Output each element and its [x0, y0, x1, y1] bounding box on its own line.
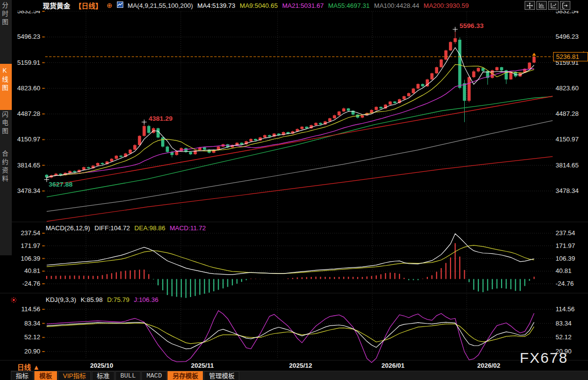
sidebar-item-time-chart[interactable]: 分时图	[0, 2, 12, 51]
tab-bull[interactable]: BULL	[115, 371, 140, 380]
tab-templates[interactable]: 模板	[34, 371, 57, 380]
kdj-settings-label[interactable]: KDJ(9,3,3)	[46, 296, 76, 303]
macd-tick-label: 40.81	[24, 267, 40, 275]
period-selector-label: 日线	[17, 363, 31, 371]
chart-type-sidebar: 分时图 K线图 闪电图 合约资料	[0, 0, 12, 255]
kdj-tick-label: 83.34	[24, 320, 40, 327]
kdj-lines	[47, 311, 534, 363]
link-icon[interactable]: ⊕	[107, 1, 112, 9]
price-tick-label: 3478.34	[556, 187, 579, 195]
axis-scale-right-button[interactable]	[548, 1, 559, 10]
kdj-k-value: K:85.98	[81, 296, 103, 303]
svg-text:5596.33: 5596.33	[460, 22, 484, 29]
price-tick-label: 3814.65	[556, 162, 579, 169]
indicator-tab-bar: 指标模板VIP指标标准BULLMACD另存模板管理模板	[11, 371, 588, 380]
kdj-tick-label: 114.56	[21, 305, 40, 313]
time-axis-label: 2025/12	[289, 362, 312, 369]
legend-ma55: MA55:4697.31	[328, 2, 370, 9]
period-tag: 【日线】	[75, 0, 102, 10]
macd-tick-label: 106.39	[556, 255, 575, 263]
legend-ma21: MA21:5031.67	[282, 2, 324, 9]
price-annotations: 5596.334381.293627.88	[44, 22, 484, 188]
time-axis-label: 2026/02	[477, 362, 501, 369]
time-axis-label: 2025/10	[90, 362, 113, 369]
macd-histogram	[47, 243, 534, 298]
macd-dea-value: DEA:98.86	[135, 224, 166, 232]
axis-scale-left-icon	[538, 2, 545, 9]
macd-tick-label: 237.54	[21, 229, 40, 237]
axis-scale-left-button[interactable]	[536, 1, 547, 10]
sidebar-item-kline-chart[interactable]: K线图	[0, 64, 12, 110]
macd-lines	[47, 234, 534, 274]
macd-tick-label: 40.81	[556, 267, 572, 275]
indicator-settings-icon[interactable]	[10, 297, 17, 305]
period-selector[interactable]: 日线 ▲	[17, 362, 40, 372]
price-tick-label: 5496.23	[556, 33, 579, 41]
kdj-tick-label: 114.56	[556, 305, 575, 313]
legend-ma9: MA9:5040.65	[240, 2, 278, 9]
kdj-tick-label: 83.34	[556, 320, 572, 327]
legend-ma200: MA200:3930.59	[423, 2, 469, 9]
legend-ma4: MA4:5139.73	[197, 2, 235, 9]
price-tick-label: 4823.60	[17, 84, 40, 92]
price-tick-label: 5496.23	[17, 33, 40, 41]
price-tick-label: 3478.34	[17, 187, 40, 195]
trading-app-window: 5596.334381.293627.88 现货黄金 【日线】 ⊕ MA(4,9…	[0, 0, 588, 380]
macd-tick-label: 171.97	[556, 242, 575, 250]
tab-vip-indicators[interactable]: VIP指标	[58, 371, 91, 380]
watermark: FX678	[520, 350, 568, 366]
move-tool-button[interactable]	[525, 1, 535, 10]
popout-button[interactable]	[560, 1, 570, 10]
current-price-line	[45, 52, 586, 57]
current-price-label: 5236.81	[553, 52, 588, 61]
candles-layer	[45, 29, 536, 180]
grid-lines	[0, 8, 588, 360]
move-tool-icon	[527, 2, 533, 9]
sidebar-item-flash-chart[interactable]: 闪电图	[0, 111, 12, 155]
svg-text:4381.29: 4381.29	[148, 115, 172, 122]
tab-standard[interactable]: 标准	[92, 371, 114, 380]
macd-tick-label: 106.39	[21, 255, 40, 263]
sidebar-item-contract-info[interactable]: 合约资料	[0, 150, 12, 204]
macd-tick-label: 237.54	[556, 229, 575, 237]
ma-settings-label: MA(4,9,21,55,100,200)	[128, 2, 193, 9]
chart-canvas[interactable]: 5596.334381.293627.88	[0, 0, 588, 380]
price-tick-label: 4823.60	[556, 84, 579, 92]
time-axis-label: 2026/01	[382, 362, 405, 369]
popout-icon	[562, 2, 568, 9]
price-tick-label: 5159.91	[17, 59, 40, 67]
chevron-up-icon: ▲	[33, 363, 40, 371]
svg-text:3627.88: 3627.88	[49, 181, 73, 188]
price-tick-label: 4487.28	[556, 110, 579, 118]
legend-ma100: MA100:4428.44	[374, 2, 420, 9]
kdj-tick-label: 20.90	[24, 348, 40, 355]
macd-value: MACD:11.72	[169, 224, 205, 232]
macd-diff-value: DIFF:104.72	[94, 224, 130, 232]
kdj-tick-label: 52.12	[556, 333, 572, 341]
macd-tick-label: -24.76	[556, 280, 574, 288]
chart-icon	[117, 1, 123, 9]
tab-manage-template[interactable]: 管理模板	[204, 371, 239, 380]
price-tick-label: 4150.97	[556, 136, 579, 143]
macd-panel-header: MACD(26,12,9) DIFF:104.72 DEA:98.86 MACD…	[46, 224, 206, 232]
price-tick-label: 4487.28	[17, 110, 40, 118]
instrument-title: 现货黄金	[43, 0, 70, 10]
axis-scale-right-icon	[550, 2, 557, 9]
macd-settings-label[interactable]: MACD(26,12,9)	[46, 224, 90, 232]
kdj-j-value: J:106.36	[134, 296, 159, 303]
tab-save-template[interactable]: 另存模板	[168, 371, 203, 380]
ma-lines	[47, 48, 553, 221]
tab-indicators[interactable]: 指标	[11, 371, 33, 380]
tab-macd[interactable]: MACD	[141, 371, 167, 380]
time-axis-label: 2025/11	[191, 362, 214, 369]
kdj-tick-label: 52.12	[24, 333, 40, 341]
price-tick-label: 4150.97	[17, 136, 40, 143]
chart-header: 现货黄金 【日线】 ⊕ MA(4,9,21,55,100,200) MA4:51…	[12, 0, 588, 11]
price-tick-label: 3814.65	[17, 162, 40, 169]
chart-toolbar	[525, 1, 570, 10]
kdj-d-value: D:75.79	[107, 296, 130, 303]
macd-tick-label: -24.76	[22, 280, 40, 288]
kdj-panel-header: KDJ(9,3,3) K:85.98 D:75.79 J:106.36	[46, 296, 158, 303]
macd-tick-label: 171.97	[21, 242, 40, 250]
